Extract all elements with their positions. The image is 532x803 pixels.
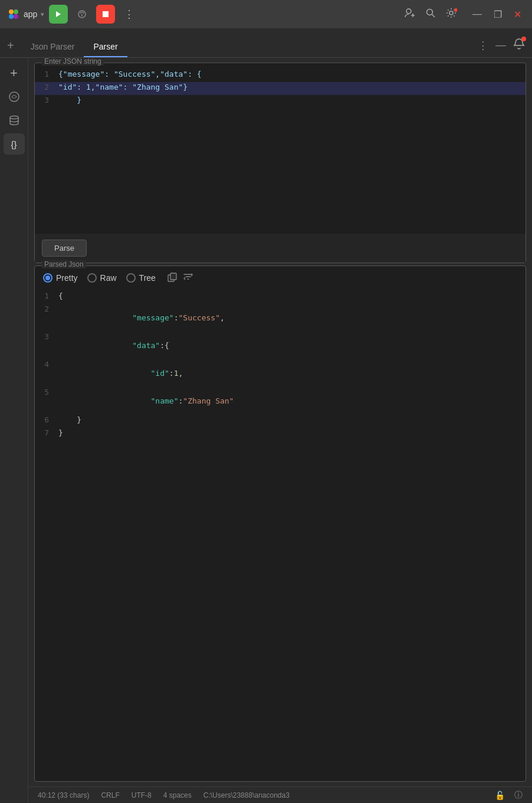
tab-parser[interactable]: Parser [84, 37, 127, 57]
input-line-3: 3 } [35, 95, 526, 108]
svg-point-2 [9, 14, 14, 19]
input-code-area[interactable]: 1 {"message": "Success","data": { 2 "id"… [35, 63, 526, 234]
minimize-window-button[interactable]: — [469, 6, 485, 22]
main-layout: + {} Enter JSON string 1 {"message": "Su [0, 58, 532, 803]
output-line-4: 4 "id":1, [35, 359, 526, 387]
app-launcher[interactable]: app ▾ [7, 8, 44, 21]
svg-point-6 [80, 12, 81, 14]
output-line-5: 5 "name":"Zhang San" [35, 387, 526, 415]
parse-button[interactable]: Parse [42, 240, 87, 257]
svg-point-3 [14, 14, 18, 19]
sidebar-ai-button[interactable] [4, 86, 25, 107]
sidebar-code-button[interactable]: {} [4, 133, 25, 155]
statusbar-indent: 4 spaces [163, 791, 192, 799]
restore-window-button[interactable]: ❐ [490, 6, 505, 22]
output-line-1: 1 { [35, 291, 526, 304]
input-panel-label: Enter JSON string [42, 58, 104, 65]
statusbar-path: C:\Users\23888\anaconda3 [203, 791, 290, 799]
close-window-button[interactable]: ✕ [510, 6, 525, 22]
app-icon [7, 8, 20, 21]
input-panel: Enter JSON string 1 {"message": "Success… [34, 63, 526, 263]
svg-point-16 [9, 92, 19, 101]
statusbar-line-ending: CRLF [101, 791, 119, 799]
svg-point-12 [427, 9, 433, 15]
parse-button-row: Parse [35, 234, 526, 263]
settings-icon[interactable] [445, 7, 457, 22]
stop-button[interactable] [96, 5, 115, 24]
input-line-2: 2 "id": 1,"name": "Zhang San"} [35, 82, 526, 95]
svg-point-17 [10, 116, 18, 119]
filter-button[interactable] [183, 272, 193, 284]
output-action-icons [168, 272, 193, 284]
run-icon [54, 10, 63, 18]
svg-rect-8 [103, 11, 109, 17]
svg-point-0 [9, 9, 14, 14]
output-code-area[interactable]: 1 { 2 "message":"Success", 3 "data":{ [35, 289, 526, 781]
app-name: app [24, 9, 37, 19]
output-options: Pretty Raw Tree [35, 266, 526, 289]
statusbar: 40:12 (33 chars) CRLF UTF-8 4 spaces C:\… [28, 786, 532, 803]
output-panel-label: Parsed Json [42, 260, 86, 268]
titlebar: app ▾ ⋮ [0, 0, 532, 28]
option-raw[interactable]: Raw [87, 273, 117, 283]
radio-raw[interactable] [87, 273, 97, 283]
svg-point-9 [406, 9, 411, 14]
radio-tree[interactable] [126, 273, 136, 283]
output-panel: Parsed Json Pretty Raw Tree [34, 266, 526, 782]
svg-line-13 [432, 14, 435, 17]
output-line-7: 7 } [35, 428, 526, 441]
svg-marker-4 [56, 11, 61, 17]
input-line-1: 1 {"message": "Success","data": { [35, 69, 526, 82]
output-line-2: 2 "message":"Success", [35, 304, 526, 332]
copy-button[interactable] [168, 272, 177, 284]
tabbar-more-icon[interactable]: ⋮ [478, 39, 488, 52]
statusbar-encoding: UTF-8 [132, 791, 152, 799]
new-tab-button[interactable]: + [7, 39, 14, 57]
statusbar-position: 40:12 (33 chars) [38, 791, 89, 799]
tabbar-right: ⋮ — [478, 38, 525, 57]
option-tree[interactable]: Tree [126, 273, 156, 283]
option-pretty-label: Pretty [56, 273, 78, 283]
chevron-icon: ▾ [41, 11, 44, 18]
menu-button[interactable]: ⋮ [120, 5, 139, 24]
statusbar-right: 🔓 ⓘ [495, 790, 523, 801]
info-icon[interactable]: ⓘ [514, 790, 523, 801]
radio-pretty[interactable] [43, 273, 52, 283]
lock-icon[interactable]: 🔓 [495, 791, 505, 800]
debug-icon [77, 9, 87, 19]
output-line-3: 3 "data":{ [35, 332, 526, 359]
notification-button[interactable] [513, 38, 525, 53]
option-pretty[interactable]: Pretty [43, 273, 78, 283]
search-icon[interactable] [425, 8, 436, 21]
tabbar-minimize-icon[interactable]: — [495, 39, 506, 51]
main-content: Enter JSON string 1 {"message": "Success… [28, 58, 532, 803]
add-account-icon[interactable] [404, 7, 416, 22]
sidebar-db-button[interactable] [4, 110, 25, 131]
option-raw-label: Raw [100, 273, 117, 283]
notification-dot [521, 37, 526, 41]
option-tree-label: Tree [139, 273, 156, 283]
sidebar: + {} [0, 58, 28, 803]
debug-button[interactable] [73, 5, 91, 24]
svg-point-7 [83, 12, 84, 14]
svg-point-1 [14, 9, 18, 14]
output-line-6: 6 } [35, 415, 526, 428]
svg-point-15 [454, 8, 457, 12]
tabbar: + Json Parser Parser ⋮ — [0, 28, 532, 58]
titlebar-actions [404, 7, 457, 22]
stop-icon [102, 11, 109, 18]
window-controls: — ❐ ✕ [469, 6, 525, 22]
run-button[interactable] [49, 5, 68, 24]
svg-point-14 [449, 11, 453, 15]
tab-json-parser[interactable]: Json Parser [21, 37, 84, 57]
svg-rect-19 [170, 273, 176, 280]
sidebar-add-button[interactable]: + [4, 63, 25, 84]
